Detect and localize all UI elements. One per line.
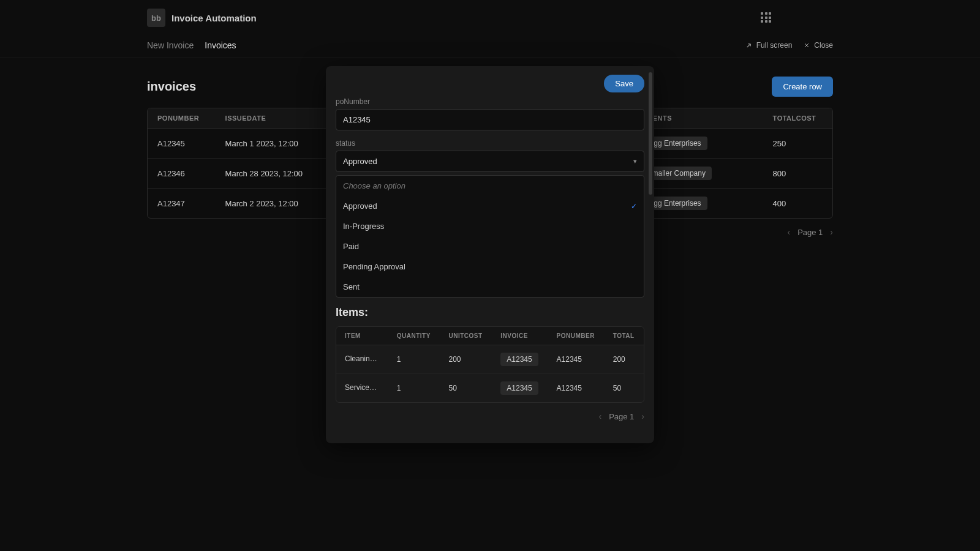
cell-unit: 200 bbox=[440, 345, 492, 374]
check-icon: ✓ bbox=[631, 202, 637, 211]
cell-item: Cleanin… bbox=[336, 345, 388, 374]
items-row[interactable]: Service … 1 50 A12345 A12345 50 bbox=[336, 374, 644, 402]
invoice-tag: A12345 bbox=[500, 381, 538, 395]
dropdown-option-pending[interactable]: Pending Approval bbox=[336, 257, 644, 277]
cell-total: 250 bbox=[763, 129, 832, 159]
fullscreen-label: Full screen bbox=[756, 41, 793, 50]
close-button[interactable]: Close bbox=[803, 41, 833, 50]
cell-po: A12347 bbox=[148, 189, 216, 218]
app-title: Invoice Automation bbox=[172, 13, 257, 23]
prev-page-icon[interactable]: ‹ bbox=[598, 411, 601, 421]
cell-item: Service … bbox=[336, 374, 388, 402]
status-value: Approved bbox=[343, 157, 377, 166]
next-page-icon[interactable]: › bbox=[830, 227, 833, 237]
items-pagination: ‹ Page 1 › bbox=[336, 403, 644, 430]
next-page-icon[interactable]: › bbox=[641, 411, 644, 421]
dropdown-option-sent[interactable]: Sent bbox=[336, 277, 644, 297]
prev-page-icon[interactable]: ‹ bbox=[787, 227, 790, 237]
page-title: invoices bbox=[147, 80, 196, 94]
status-dropdown: Choose an option Approved ✓ In-Progress … bbox=[336, 175, 644, 298]
dropdown-option-inprogress[interactable]: In-Progress bbox=[336, 216, 644, 236]
fullscreen-button[interactable]: Full screen bbox=[745, 41, 793, 50]
status-select[interactable]: Approved ▾ bbox=[336, 151, 644, 172]
cell-total: 50 bbox=[605, 374, 644, 402]
logo-icon: bb bbox=[147, 9, 165, 27]
cell-total: 800 bbox=[763, 159, 832, 189]
page-label: Page 1 bbox=[609, 412, 634, 421]
col-ponumber[interactable]: PONUMBER bbox=[548, 327, 605, 345]
cell-total: 200 bbox=[605, 345, 644, 374]
dropdown-option-paid[interactable]: Paid bbox=[336, 236, 644, 257]
secondary-bar: New Invoice Invoices Full screen Close bbox=[0, 36, 980, 58]
cell-invoice: A12345 bbox=[492, 374, 548, 402]
cell-date: March 1 2023, 12:00 bbox=[216, 129, 323, 159]
ponumber-label: poNumber bbox=[336, 97, 644, 106]
chevron-down-icon: ▾ bbox=[633, 157, 637, 165]
save-button[interactable]: Save bbox=[604, 75, 644, 92]
col-quantity[interactable]: QUANTITY bbox=[388, 327, 440, 345]
cell-po: A12346 bbox=[148, 159, 216, 189]
col-invoice[interactable]: INVOICE bbox=[492, 327, 548, 345]
option-label: Approved bbox=[343, 201, 377, 211]
dropdown-option-approved[interactable]: Approved ✓ bbox=[336, 196, 644, 216]
col-totalcost[interactable]: TOTALCOST bbox=[763, 108, 832, 129]
nav-tabs: New Invoice Invoices bbox=[147, 40, 236, 50]
cell-total: 400 bbox=[763, 189, 832, 218]
cell-qty: 1 bbox=[388, 374, 440, 402]
cell-po: A12345 bbox=[548, 345, 605, 374]
col-issuedate[interactable]: ISSUEDATE bbox=[216, 108, 323, 129]
edit-modal: Save poNumber status Approved ▾ Choose a… bbox=[326, 66, 654, 443]
items-table: ITEM QUANTITY UNITCOST INVOICE PONUMBER … bbox=[336, 326, 644, 403]
col-unitcost[interactable]: UNITCOST bbox=[440, 327, 492, 345]
modal-header: Save bbox=[336, 75, 644, 92]
cell-date: March 28 2023, 12:00 bbox=[216, 159, 323, 189]
col-item[interactable]: ITEM bbox=[336, 327, 388, 345]
dropdown-placeholder[interactable]: Choose an option bbox=[336, 176, 644, 196]
topbar: bb Invoice Automation bbox=[0, 0, 980, 36]
bar-actions: Full screen Close bbox=[745, 41, 833, 50]
page-label: Page 1 bbox=[797, 228, 823, 237]
cell-unit: 50 bbox=[440, 374, 492, 402]
cell-po: A12345 bbox=[548, 374, 605, 402]
ponumber-input[interactable] bbox=[336, 109, 644, 130]
logo-section: bb Invoice Automation bbox=[147, 9, 257, 27]
cell-qty: 1 bbox=[388, 345, 440, 374]
cell-date: March 2 2023, 12:00 bbox=[216, 189, 323, 218]
items-header-row: ITEM QUANTITY UNITCOST INVOICE PONUMBER … bbox=[336, 327, 644, 345]
apps-grid-icon[interactable] bbox=[761, 12, 772, 23]
close-icon bbox=[803, 42, 810, 49]
cell-invoice: A12345 bbox=[492, 345, 548, 374]
cell-po: A12345 bbox=[148, 129, 216, 159]
close-label: Close bbox=[814, 41, 833, 50]
items-heading: Items: bbox=[336, 306, 644, 319]
fullscreen-icon bbox=[745, 42, 753, 50]
invoice-tag: A12345 bbox=[500, 353, 538, 366]
modal-scrollbar[interactable] bbox=[649, 72, 652, 195]
tab-invoices[interactable]: Invoices bbox=[205, 40, 236, 50]
create-row-button[interactable]: Create row bbox=[772, 77, 833, 97]
status-label: status bbox=[336, 139, 644, 148]
items-row[interactable]: Cleanin… 1 200 A12345 A12345 200 bbox=[336, 345, 644, 374]
col-ponumber[interactable]: PONUMBER bbox=[148, 108, 216, 129]
col-total[interactable]: TOTAL bbox=[605, 327, 644, 345]
tab-new-invoice[interactable]: New Invoice bbox=[147, 40, 194, 50]
